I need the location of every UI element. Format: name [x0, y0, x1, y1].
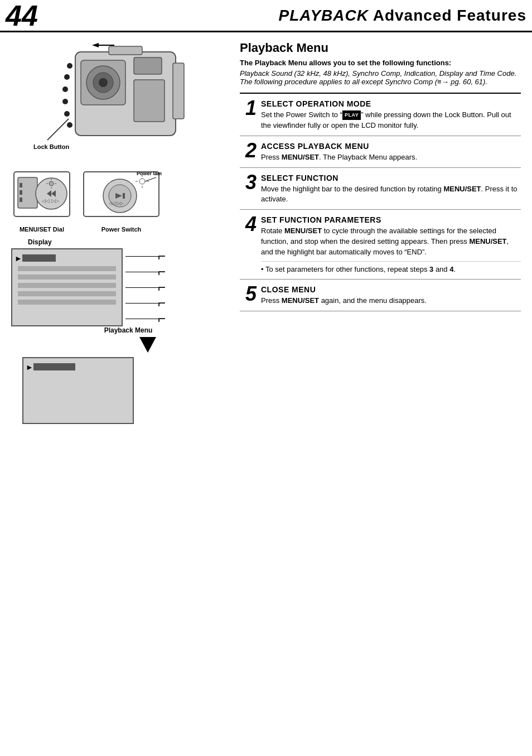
- svg-rect-23: [20, 198, 22, 202]
- display-section: Display ► ⌐: [11, 238, 229, 424]
- step-3-content: SELECT FUNCTION Move the highlight bar t…: [261, 172, 521, 205]
- power-switch-control: ◁◁ ▷▷ Power lamp Power Switch: [81, 169, 162, 233]
- intro-rest: The following procedure applies to all e…: [240, 78, 385, 86]
- step-4: 4 SET FUNCTION PARAMETERS Rotate MENU/SE…: [240, 210, 521, 280]
- controls-row: ◁◁ ▷▷ MENU/SET Dial: [11, 169, 229, 233]
- power-switch-label: Power Switch: [81, 226, 162, 233]
- screen2-bar: [33, 363, 75, 370]
- svg-rect-37: [123, 193, 125, 199]
- step-2-body: Press MENU/SET. The Playback Menu appear…: [261, 152, 521, 163]
- svg-rect-6: [173, 63, 184, 119]
- arrow-down-svg: [139, 337, 156, 353]
- bracket-1: ⌐: [158, 249, 166, 263]
- h-line-3: [125, 287, 159, 288]
- step-5-content: CLOSE MENU Press MENU/SET again, and the…: [261, 284, 521, 306]
- svg-point-28: [49, 181, 54, 186]
- menu-set-svg: ◁◁ ▷▷: [11, 169, 72, 222]
- step-4-body: Rotate MENU/SET to cycle through the ava…: [261, 226, 521, 258]
- screen2-arrow: ►: [26, 363, 33, 372]
- step-1-body: Set the Power Switch to “PLAY” while pre…: [261, 110, 521, 131]
- left-column: Lock Button: [0, 32, 234, 432]
- play-badge-1: PLAY: [342, 110, 361, 120]
- steps-container: 1 SELECT OPERATION MODE Set the Power Sw…: [240, 93, 521, 311]
- step-3-number: 3: [240, 172, 257, 192]
- main-content: Lock Button: [0, 32, 532, 432]
- svg-marker-46: [139, 337, 156, 353]
- display-lines-area: ⌐ ⌐ ⌐ ⌐ ⌐: [125, 248, 229, 326]
- screen-bar: [22, 254, 56, 262]
- step-2-content: ACCESS PLAYBACK MENU Press MENU/SET. The…: [261, 141, 521, 163]
- playback-menu-label: Playback Menu: [28, 326, 229, 334]
- section-title: Playback Menu: [240, 41, 521, 55]
- svg-rect-21: [20, 183, 22, 187]
- step-2-heading: ACCESS PLAYBACK MENU: [261, 142, 521, 151]
- display-screen-2: ►: [22, 357, 134, 424]
- step-4-content: SET FUNCTION PARAMETERS Rotate MENU/SET …: [261, 214, 521, 275]
- svg-point-12: [62, 99, 68, 104]
- screen-arrow: ►: [14, 254, 22, 263]
- svg-text:◁◁ ▷▷: ◁◁ ▷▷: [109, 201, 124, 206]
- screen-line-2: [18, 275, 116, 280]
- svg-line-44: [145, 177, 156, 181]
- camera-diagram: Lock Button: [11, 41, 229, 163]
- intro-pages: (≡→ pg. 60, 61).: [433, 78, 487, 86]
- header-title-italic: PLAYBACK: [278, 7, 368, 24]
- menu-set-label: MENU/SET Dial: [11, 226, 72, 233]
- menu-set-control: ◁◁ ▷▷ MENU/SET Dial: [11, 169, 72, 233]
- step-5: 5 CLOSE MENU Press MENU/SET again, and t…: [240, 280, 521, 311]
- svg-point-10: [64, 74, 70, 80]
- display-line-5: ⌐: [125, 312, 229, 325]
- h-line-5: [125, 319, 159, 319]
- h-line-2: [125, 272, 159, 272]
- bracket-5: ⌐: [158, 312, 166, 325]
- step-3-heading: SELECT FUNCTION: [261, 174, 521, 182]
- h-line-1: [125, 256, 159, 257]
- step-1-number: 1: [240, 98, 257, 118]
- screen-line-1: [18, 266, 116, 271]
- svg-line-17: [47, 119, 69, 140]
- display-line-1: ⌐: [125, 249, 229, 263]
- right-column: Playback Menu The Playback Menu allows y…: [234, 32, 532, 432]
- power-switch-svg: ◁◁ ▷▷ Power lamp: [81, 169, 162, 222]
- step-5-number: 5: [240, 284, 257, 304]
- svg-marker-16: [92, 43, 99, 47]
- svg-rect-7: [134, 57, 162, 74]
- step-5-heading: CLOSE MENU: [261, 285, 521, 294]
- display-line-3: ⌐: [125, 281, 229, 294]
- bracket-2: ⌐: [158, 265, 166, 278]
- step-4-number: 4: [240, 214, 257, 234]
- svg-point-13: [64, 111, 70, 117]
- step-1: 1 SELECT OPERATION MODE Set the Power Sw…: [240, 94, 521, 136]
- bracket-4: ⌐: [158, 296, 166, 310]
- svg-rect-8: [134, 80, 165, 122]
- svg-text:Lock Button: Lock Button: [33, 143, 69, 150]
- page-header: 44 PLAYBACK Advanced Features: [0, 0, 532, 32]
- step-3-body: Move the highlight bar to the desired fu…: [261, 184, 521, 205]
- step-1-heading: SELECT OPERATION MODE: [261, 99, 521, 108]
- display-label: Display: [28, 238, 229, 246]
- display-line-2: ⌐: [125, 265, 229, 278]
- step-4-note: To set parameters for other functions, r…: [261, 261, 521, 275]
- intro-bold: The Playback Menu allows you to set the …: [240, 59, 521, 67]
- step-2-number: 2: [240, 141, 257, 161]
- display-diagram: ► ⌐: [11, 248, 229, 326]
- intro-italic-text: Playback Sound (32 kHz, 48 kHz), Synchro…: [240, 69, 516, 78]
- h-line-4: [125, 303, 159, 304]
- svg-text:◁◁ ▷▷: ◁◁ ▷▷: [42, 198, 59, 204]
- display-line-4: ⌐: [125, 296, 229, 310]
- step-1-content: SELECT OPERATION MODE Set the Power Swit…: [261, 98, 521, 131]
- svg-rect-5: [109, 46, 142, 55]
- step-3: 3 SELECT FUNCTION Move the highlight bar…: [240, 168, 521, 210]
- camera-svg: Lock Button: [31, 41, 209, 163]
- header-title: PLAYBACK Advanced Features: [278, 7, 526, 25]
- bracket-3: ⌐: [158, 281, 166, 294]
- step-2: 2 ACCESS PLAYBACK MENU Press MENU/SET. T…: [240, 136, 521, 168]
- header-title-normal: Advanced Features: [369, 7, 526, 24]
- svg-point-14: [67, 122, 72, 128]
- step-5-body: Press MENU/SET again, and the menu disap…: [261, 296, 521, 306]
- screen-lines: [18, 266, 116, 308]
- arrow-down-container: [67, 337, 229, 354]
- step-4-heading: SET FUNCTION PARAMETERS: [261, 215, 521, 224]
- svg-rect-22: [20, 190, 22, 195]
- svg-text:Power lamp: Power lamp: [137, 171, 162, 176]
